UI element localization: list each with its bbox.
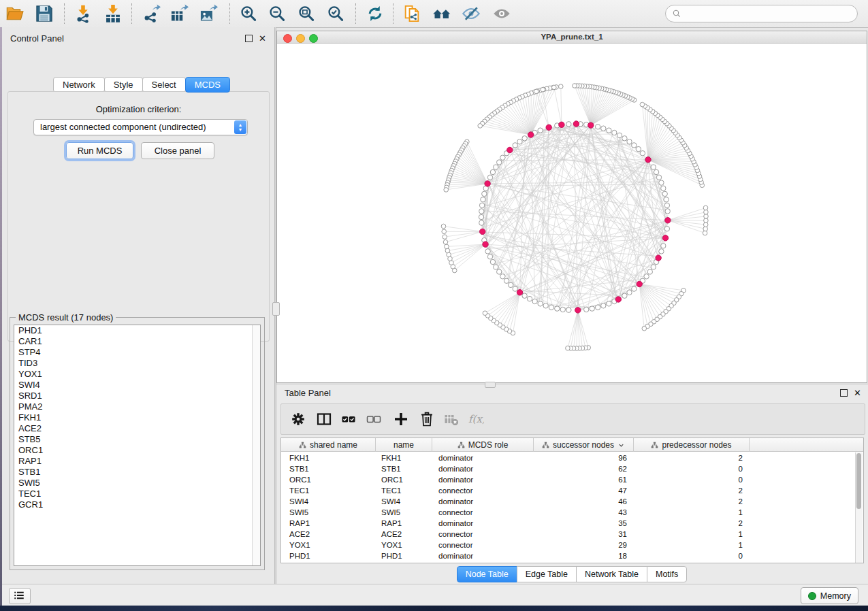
cell: connector	[438, 507, 534, 518]
search-icon	[671, 8, 682, 19]
mcds-result-group: MCDS result (17 nodes) PHD1CAR1STP4TID3Y…	[10, 317, 265, 570]
mcds-result-item[interactable]: SRD1	[14, 391, 260, 401]
hide-selected-button[interactable]	[462, 4, 481, 23]
function-builder-button: f(x)	[468, 411, 484, 427]
shared-column-icon	[542, 442, 549, 449]
add-column-button[interactable]	[393, 411, 409, 427]
delete-column-button[interactable]	[419, 411, 435, 427]
cell: 0	[634, 550, 743, 561]
mcds-result-item[interactable]: GCR1	[14, 499, 260, 510]
mcds-result-item[interactable]: ORC1	[14, 445, 260, 456]
tab-mcds[interactable]: MCDS	[185, 77, 230, 93]
mcds-result-item[interactable]: STP4	[14, 347, 260, 358]
control-panel-tabs: NetworkStyleSelectMCDS	[54, 77, 230, 93]
tab-network[interactable]: Network	[53, 77, 105, 93]
mcds-result-item[interactable]: CAR1	[14, 336, 260, 347]
table-row-PHD1[interactable]: PHD1PHD1dominator180	[281, 550, 852, 561]
search-input[interactable]	[665, 5, 858, 22]
mcds-result-item[interactable]: PMA2	[14, 401, 260, 412]
column-header-shared-name[interactable]: shared name	[281, 438, 376, 452]
task-history-button[interactable]	[9, 588, 31, 604]
table-row-RAP1[interactable]: RAP1RAP1dominator352	[281, 518, 852, 529]
table-row-TEC1[interactable]: TEC1TEC1connector472	[281, 485, 852, 496]
zoom-fit-button[interactable]	[297, 4, 316, 23]
open-file-button[interactable]	[5, 4, 25, 23]
deselect-all-rows-button[interactable]	[366, 411, 382, 427]
shared-column-icon	[299, 442, 306, 449]
network-window-titlebar[interactable]: YPA_prune.txt_1	[277, 31, 867, 44]
mcds-result-item[interactable]: YOX1	[14, 369, 260, 380]
network-graph[interactable]	[277, 44, 867, 382]
zoom-out-button[interactable]	[268, 4, 287, 23]
mcds-result-title: MCDS result (17 nodes)	[16, 312, 116, 323]
export-image-button[interactable]	[199, 4, 218, 23]
application-window: Control Panel ✕ NetworkStyleSelectMCDS O…	[0, 0, 868, 611]
import-table-button[interactable]	[103, 4, 123, 23]
horizontal-splitter-handle[interactable]	[485, 382, 496, 388]
table-row-YOX1[interactable]: YOX1YOX1connector291	[281, 540, 852, 550]
mcds-result-list[interactable]: PHD1CAR1STP4TID3YOX1SWI4SRD1PMA2FKH1ACE2…	[14, 325, 261, 566]
column-header-predecessor-nodes[interactable]: predecessor nodes	[634, 438, 750, 452]
table-row-ACE2[interactable]: ACE2ACE2connector311	[281, 529, 852, 540]
mcds-result-item[interactable]: FKH1	[14, 412, 260, 423]
show-all-button[interactable]	[492, 4, 511, 23]
mcds-result-item[interactable]: SWI5	[14, 478, 260, 489]
tab-motifs[interactable]: Motifs	[647, 566, 687, 582]
import-network-button[interactable]	[74, 4, 93, 23]
mcds-result-item[interactable]: SWI4	[14, 380, 260, 391]
mcds-result-item[interactable]: PHD1	[14, 325, 260, 336]
zoom-in-button[interactable]	[239, 4, 258, 23]
control-panel-title: Control Panel	[10, 33, 64, 44]
tab-select[interactable]: Select	[142, 77, 186, 93]
column-header-empty[interactable]	[750, 438, 858, 452]
mcds-result-item[interactable]: TID3	[14, 358, 260, 369]
mcds-result-item[interactable]: STB1	[14, 467, 260, 478]
close-panel-button[interactable]: Close panel	[141, 142, 214, 159]
table-row-SWI4[interactable]: SWI4SWI4dominator462	[281, 496, 852, 507]
float-panel-icon[interactable]	[245, 35, 253, 42]
table-row-STB1[interactable]: STB1STB1dominator620	[281, 463, 852, 474]
tab-edge-table[interactable]: Edge Table	[517, 566, 577, 582]
apply-preferred-layout-button[interactable]	[366, 4, 385, 23]
network-canvas[interactable]	[277, 44, 867, 382]
table-row-ORC1[interactable]: ORC1ORC1dominator610	[281, 474, 852, 485]
mcds-list-scrollbar[interactable]	[252, 325, 260, 565]
cell: connector	[438, 540, 534, 550]
close-table-panel-icon[interactable]: ✕	[854, 390, 861, 396]
export-table-button[interactable]	[170, 4, 189, 23]
mcds-result-item[interactable]: RAP1	[14, 456, 260, 467]
table-scrollbar[interactable]	[855, 452, 863, 563]
show-columns-button[interactable]	[316, 411, 332, 427]
optimization-criterion-dropdown[interactable]: largest connected component (undirected)…	[33, 119, 248, 135]
first-neighbors-button[interactable]	[432, 4, 451, 23]
tab-node-table[interactable]: Node Table	[457, 566, 517, 582]
table-options-button[interactable]	[290, 411, 306, 427]
zoom-selected-button[interactable]	[326, 4, 345, 23]
table-row-FKH1[interactable]: FKH1FKH1dominator962	[281, 452, 852, 463]
network-view-window: YPA_prune.txt_1	[276, 31, 867, 383]
cell: SWI5	[381, 507, 432, 518]
table-row-SWI5[interactable]: SWI5SWI5connector431	[281, 507, 852, 518]
new-network-from-selection-button[interactable]	[402, 4, 421, 23]
tab-network-table[interactable]: Network Table	[576, 566, 647, 582]
select-all-rows-button[interactable]	[340, 411, 357, 427]
export-network-button[interactable]	[142, 4, 161, 23]
float-table-panel-icon[interactable]	[840, 389, 848, 397]
save-session-button[interactable]	[35, 4, 54, 23]
column-header-successor-nodes[interactable]: successor nodes	[534, 438, 634, 452]
column-header-name[interactable]: name	[376, 438, 432, 452]
close-panel-icon[interactable]: ✕	[259, 35, 266, 42]
cell: FKH1	[381, 452, 432, 463]
cell: 0	[634, 463, 743, 474]
mcds-result-item[interactable]: STB5	[14, 434, 260, 445]
run-mcds-button[interactable]: Run MCDS	[66, 142, 133, 159]
cell: dominator	[438, 463, 534, 474]
mcds-result-item[interactable]: TEC1	[14, 489, 260, 499]
memory-button[interactable]: Memory	[801, 587, 858, 604]
vertical-splitter-handle[interactable]	[272, 302, 280, 316]
delete-table-button	[443, 411, 460, 427]
column-header-MCDS-role[interactable]: MCDS role	[432, 438, 534, 452]
mcds-result-item[interactable]: ACE2	[14, 423, 260, 434]
tab-style[interactable]: Style	[104, 77, 143, 93]
table-scrollbar-thumb[interactable]	[856, 453, 861, 509]
